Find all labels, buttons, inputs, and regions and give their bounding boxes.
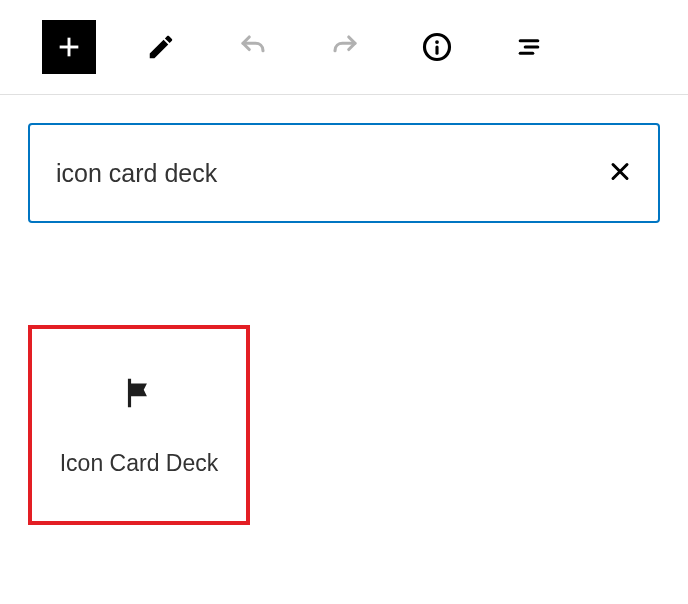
search-container	[28, 123, 660, 223]
outline-button[interactable]	[502, 20, 556, 74]
pencil-icon	[146, 32, 176, 62]
close-icon	[608, 160, 632, 184]
redo-icon	[330, 32, 360, 62]
undo-icon	[238, 32, 268, 62]
clear-search-button[interactable]	[600, 152, 640, 195]
editor-toolbar	[0, 0, 688, 95]
info-button[interactable]	[410, 20, 464, 74]
list-icon	[514, 32, 544, 62]
block-card-label: Icon Card Deck	[60, 450, 219, 477]
info-icon	[422, 32, 452, 62]
block-card-icon-card-deck[interactable]: Icon Card Deck	[28, 325, 250, 525]
redo-button[interactable]	[318, 20, 372, 74]
edit-button[interactable]	[134, 20, 188, 74]
undo-button[interactable]	[226, 20, 280, 74]
block-search-input[interactable]	[28, 123, 660, 223]
search-results: Icon Card Deck	[0, 223, 688, 525]
plus-icon	[55, 33, 83, 61]
add-block-button[interactable]	[42, 20, 96, 74]
flag-icon	[120, 374, 158, 412]
